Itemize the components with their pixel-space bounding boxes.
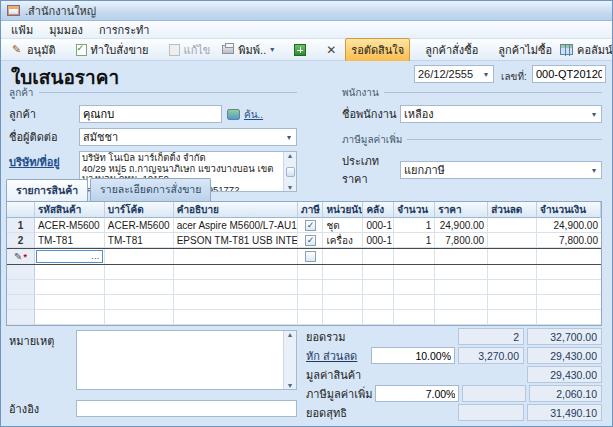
- columns-button[interactable]: ลูกค้าไม่ซื้อ คอลัมน์ ▾: [493, 39, 613, 61]
- scroll-up-icon[interactable]: ▲: [287, 331, 294, 338]
- tax-checkbox[interactable]: [305, 220, 316, 231]
- cell-price[interactable]: [435, 249, 488, 264]
- approve-button[interactable]: ✎ อนุมัติ: [5, 39, 61, 61]
- goods-value-label: มูลค่าสินค้า: [306, 366, 368, 384]
- customer-not-buy-button[interactable]: ลูกค้าไม่ซื้อ: [498, 41, 552, 59]
- row-number[interactable]: 2: [7, 233, 35, 248]
- cell-price[interactable]: 24,900.00: [435, 218, 488, 233]
- scrollbar-thumb[interactable]: [286, 167, 295, 177]
- scroll-down-icon[interactable]: ▼: [287, 184, 294, 191]
- grid-new-row: ✎ * …: [7, 248, 601, 265]
- discount-link[interactable]: หัก ส่วนลด: [306, 347, 368, 365]
- cell-amount[interactable]: [537, 249, 601, 264]
- total-qty-box: 2: [458, 328, 524, 345]
- menu-file[interactable]: แฟ้ม: [3, 19, 41, 41]
- cell-description[interactable]: EPSON TM-T81 USB INTERF...: [174, 233, 299, 248]
- cell-unit[interactable]: ชุด: [323, 218, 363, 233]
- cell-description[interactable]: [174, 249, 299, 264]
- menu-bar: แฟ้ม มุมมอง การกระทำ: [1, 21, 612, 39]
- cell-discount[interactable]: [488, 218, 537, 233]
- group-divider: [39, 92, 298, 93]
- employee-group: พนักงาน ชื่อพนักงาน เหลือง ▾ ภาษีมูลค่าเ…: [306, 85, 602, 188]
- chevron-down-icon: ▾: [482, 70, 490, 79]
- export-excel-button[interactable]: [289, 42, 311, 58]
- customer-search-link[interactable]: ค้น..: [244, 107, 263, 122]
- net-total-row: ยอดสุทธิ 31,490.10: [306, 404, 602, 421]
- col-product-code[interactable]: รหัสสินค้า: [35, 202, 105, 218]
- toolbar: ✎ อนุมัติ ทำใบสั่งขาย แก้ไข พิมพ์.. ▾ ✕ …: [1, 39, 612, 61]
- col-discount[interactable]: ส่วนลด: [488, 202, 537, 218]
- close-button[interactable]: ✕: [321, 41, 341, 59]
- table-row: 1 ACER-M5600 ACER-M5600 acer Aspire M560…: [7, 218, 601, 233]
- grand-total-label: ยอดรวม: [306, 328, 368, 346]
- cell-unit[interactable]: เครื่อง: [323, 233, 363, 248]
- cell-barcode[interactable]: TM-T81: [105, 233, 174, 248]
- customer-ordered-button[interactable]: ลูกค้าสั่งซื้อ: [420, 39, 483, 61]
- print-button[interactable]: พิมพ์.. ▾: [217, 39, 279, 61]
- col-tax[interactable]: ภาษี: [298, 202, 323, 218]
- scroll-up-icon[interactable]: ▲: [287, 152, 294, 159]
- address-scrollbar[interactable]: ▲ ▼: [283, 152, 296, 191]
- tab-strip: รายการสินค้า รายละเอียดการสั่งขาย: [6, 182, 213, 201]
- row-number[interactable]: 1: [7, 218, 35, 233]
- customer-lookup-icon[interactable]: [227, 109, 240, 120]
- col-barcode[interactable]: บาร์โค้ด: [105, 202, 174, 218]
- cell-qty[interactable]: [394, 249, 435, 264]
- tab-product-list[interactable]: รายการสินค้า: [6, 179, 88, 202]
- company-address-link[interactable]: บริษัท/ที่อยู่: [9, 151, 79, 171]
- address-line-1: บริษัท โนเบิล มาร์เก็ตติ้ง จำกัด: [82, 153, 281, 164]
- footer-left: หมายเหตุ ▲ ▼ อ้างอิง: [9, 330, 297, 418]
- col-amount[interactable]: จำนวนเงิน: [537, 202, 601, 218]
- cell-product-code[interactable]: ACER-M5600: [35, 218, 105, 233]
- col-description[interactable]: คำอธิบาย: [174, 202, 299, 218]
- customer-name-input[interactable]: [79, 105, 222, 123]
- cell-barcode[interactable]: [105, 249, 174, 264]
- cell-qty[interactable]: 1: [394, 218, 435, 233]
- cell-discount[interactable]: [488, 233, 537, 248]
- cell-unit[interactable]: [323, 249, 363, 264]
- tax-checkbox[interactable]: [305, 235, 316, 246]
- status-waiting-button[interactable]: รอตัดสินใจ: [345, 38, 410, 62]
- menu-view[interactable]: มุมมอง: [41, 19, 91, 41]
- reference-input[interactable]: [76, 400, 297, 417]
- col-warehouse[interactable]: คลัง: [363, 202, 394, 218]
- cell-amount[interactable]: 24,900.00: [537, 218, 601, 233]
- empty-row: [7, 280, 601, 295]
- col-qty[interactable]: จำนวน: [394, 202, 435, 218]
- chevron-down-icon: ▾: [270, 45, 274, 54]
- col-unit[interactable]: หน่วยนับ: [323, 202, 363, 218]
- cell-warehouse[interactable]: 000-1: [363, 233, 394, 248]
- app-window: .สำนักงานใหญ่ แฟ้ม มุมมอง การกระทำ ✎ อนุ…: [0, 0, 613, 427]
- cell-description[interactable]: acer Aspire M5600/L7-AU1L: [174, 218, 299, 233]
- note-scrollbar[interactable]: ▲ ▼: [283, 331, 296, 389]
- note-textarea[interactable]: [77, 331, 283, 389]
- empty-row: [7, 295, 601, 310]
- document-number-input[interactable]: [532, 65, 606, 83]
- cell-warehouse[interactable]: [363, 249, 394, 264]
- grid-header-row: รหัสสินค้า บาร์โค้ด คำอธิบาย ภาษี หน่วยน…: [7, 202, 601, 218]
- document-date-picker[interactable]: 26/12/2555 ▾: [414, 65, 494, 83]
- price-type-select[interactable]: แยกภาษี ▾: [400, 161, 602, 179]
- product-code-input[interactable]: …: [36, 250, 103, 263]
- contact-select[interactable]: สมัชชา ▾: [79, 128, 297, 146]
- cell-amount[interactable]: 7,800.00: [537, 233, 601, 248]
- empty-row: [7, 310, 601, 325]
- lookup-ellipsis-button[interactable]: …: [89, 252, 102, 261]
- scroll-down-icon[interactable]: ▼: [287, 382, 294, 389]
- vat-percent-input[interactable]: [375, 385, 459, 402]
- tab-sales-detail[interactable]: รายละเอียดการสั่งขาย: [90, 178, 211, 201]
- cell-product-code[interactable]: TM-T81: [35, 233, 105, 248]
- discount-percent-input[interactable]: [371, 347, 455, 364]
- totals-panel: ยอดรวม 2 32,700.00 หัก ส่วนลด 3,270.00 2…: [306, 328, 602, 423]
- menu-action[interactable]: การกระทำ: [91, 19, 158, 41]
- cell-qty[interactable]: 1: [394, 233, 435, 248]
- cell-discount[interactable]: [488, 249, 537, 264]
- make-sales-order-button[interactable]: ทำใบสั่งขาย: [71, 39, 154, 61]
- cell-price[interactable]: 7,800.00: [435, 233, 488, 248]
- col-price[interactable]: ราคา: [435, 202, 488, 218]
- edit-row-indicator: ✎ *: [7, 249, 35, 264]
- tax-checkbox[interactable]: [305, 251, 316, 262]
- employee-name-select[interactable]: เหลือง ▾: [400, 105, 602, 123]
- cell-barcode[interactable]: ACER-M5600: [105, 218, 174, 233]
- cell-warehouse[interactable]: 000-1: [363, 218, 394, 233]
